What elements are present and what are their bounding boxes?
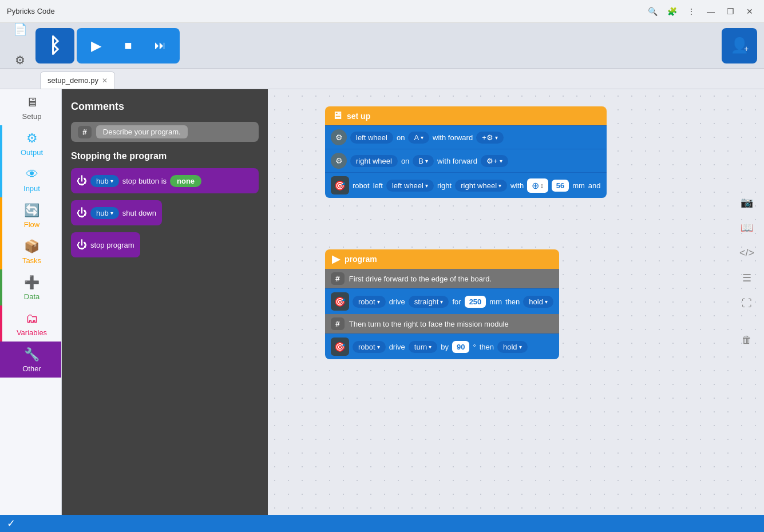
none-badge[interactable]: none — [170, 175, 201, 187]
forward-icon-1[interactable]: +⚙ ▾ — [476, 132, 504, 144]
hold-pill-1[interactable]: hold ▾ — [523, 296, 553, 308]
diameter-icon: ⊕ — [532, 180, 539, 191]
list-button[interactable]: ☰ — [737, 268, 757, 288]
sidebar-item-input[interactable]: 👁 Input — [0, 161, 61, 197]
left-wheel-pill[interactable]: left wheel — [350, 132, 393, 144]
port-b-pill[interactable]: B ▾ — [413, 155, 434, 167]
sidebar-label-input: Input — [23, 184, 40, 193]
sidebar-item-setup[interactable]: 🖥 Setup — [0, 89, 61, 125]
sidebar-label-data: Data — [24, 292, 39, 301]
toolbar-left: 📄 ⚙ ᛒ ▶ ■ ⏭ — [7, 14, 180, 78]
menu-button[interactable]: ⋮ — [684, 4, 699, 19]
robot-turn-pill[interactable]: robot ▾ — [353, 341, 386, 353]
right-wheel-row-dropdown[interactable]: ▾ — [498, 182, 501, 189]
bluetooth-button[interactable]: ᛒ — [35, 28, 74, 63]
setup-block-group: 🖥 set up ⚙ left wheel on A ▾ with forwar… — [325, 106, 607, 198]
tab-setup-demo[interactable]: setup_demo.py ✕ — [40, 72, 115, 89]
comment-placeholder[interactable]: Describe your program. — [96, 125, 188, 138]
drive-value[interactable]: 250 — [465, 296, 486, 308]
comment-input-block[interactable]: # Describe your program. — [71, 122, 259, 142]
comment-2: # Then turn to the right to face the mis… — [325, 314, 559, 334]
variables-icon: 🗂 — [26, 311, 38, 326]
user-button[interactable]: 👤 + — [722, 28, 757, 63]
robot-drive-pill[interactable]: robot ▾ — [353, 296, 386, 308]
sidebar-item-variables[interactable]: 🗂 Variables — [0, 305, 61, 342]
hub-pill-1[interactable]: hub ▾ — [90, 175, 119, 187]
titlebar-controls: 🔍 🧩 ⋮ — ❐ ✕ — [645, 4, 757, 19]
program-block-group: ▶ program # First drive forward to the e… — [325, 249, 559, 359]
play-button[interactable]: ▶ — [81, 31, 111, 61]
status-check-icon: ✓ — [7, 517, 15, 530]
robot-label: robot — [353, 181, 370, 190]
sidebar-categories: 🖥 Setup ⚙ Output 👁 Input 🔄 Flow 📦 Tasks … — [0, 89, 62, 515]
drive-icon: 🎯 — [331, 292, 349, 311]
sidebar-label-flow: Flow — [24, 220, 39, 229]
sidebar-item-other[interactable]: 🔧 Other — [0, 342, 61, 378]
drive-turn-icon: 🎯 — [331, 338, 349, 356]
input-icon: 👁 — [26, 167, 38, 182]
for-label: for — [452, 297, 461, 306]
fullscreen-button[interactable]: ⛶ — [737, 293, 757, 313]
hub-pill-2[interactable]: hub ▾ — [90, 207, 119, 219]
turn-pill[interactable]: turn ▾ — [409, 341, 437, 353]
hub-shutdown-block[interactable]: ⏻ hub ▾ shut down — [71, 200, 162, 225]
hub-stop-block[interactable]: ⏻ hub ▾ stop button is none — [71, 168, 259, 193]
comment-text-2: Then turn to the right to face the missi… — [349, 320, 509, 328]
stop-program-label: stop program — [90, 241, 134, 249]
on-label-2: on — [401, 157, 409, 165]
minimize-button[interactable]: — — [703, 4, 718, 19]
left-wheel-row-label: left wheel — [392, 181, 423, 190]
hold-pill-2[interactable]: hold ▾ — [497, 341, 528, 353]
straight-pill[interactable]: straight ▾ — [409, 296, 449, 308]
and-label: and — [588, 181, 601, 190]
titlebar: Pybricks Code 🔍 🧩 ⋮ — ❐ ✕ — [0, 0, 764, 23]
canvas-side-icons: 📷 📖 </> ☰ ⛶ 🗑 — [737, 192, 757, 350]
right-wheel-pill[interactable]: right wheel — [350, 155, 398, 167]
hub-dropdown-2[interactable]: ▾ — [110, 210, 113, 216]
port-a-dropdown[interactable]: ▾ — [421, 134, 423, 141]
close-button[interactable]: ✕ — [742, 4, 757, 19]
extensions-button[interactable]: 🧩 — [664, 4, 679, 19]
port-b-dropdown[interactable]: ▾ — [425, 158, 428, 164]
screenshot-button[interactable]: 📷 — [737, 192, 757, 213]
settings-button[interactable]: ⚙ — [7, 47, 33, 73]
canvas-area[interactable]: 🖥 set up ⚙ left wheel on A ▾ with forwar… — [268, 89, 764, 515]
restore-button[interactable]: ❐ — [723, 4, 738, 19]
drive-straight-block: 🎯 robot ▾ drive straight ▾ for 250 mm th… — [325, 288, 559, 314]
add-user-icon: + — [744, 44, 749, 53]
sidebar-label-tasks: Tasks — [22, 256, 41, 265]
output-icon: ⚙ — [26, 131, 38, 146]
hub-dropdown-1[interactable]: ▾ — [110, 178, 113, 184]
code-button[interactable]: </> — [737, 243, 757, 263]
program-header: ▶ program — [325, 249, 559, 269]
right-wheel-label: right wheel — [356, 157, 392, 165]
other-icon: 🔧 — [24, 347, 39, 362]
zoom-button[interactable]: 🔍 — [645, 4, 660, 19]
trash-button[interactable]: 🗑 — [737, 329, 757, 350]
forward-icon-2[interactable]: ⚙+ ▾ — [481, 155, 508, 167]
port-a-pill[interactable]: A ▾ — [408, 132, 429, 144]
left-wheel-dropdown[interactable]: ▾ — [425, 182, 428, 189]
docs-button[interactable]: 📖 — [737, 217, 757, 238]
sidebar-item-data[interactable]: ➕ Data — [0, 269, 61, 305]
stop-program-block[interactable]: ⏻ stop program — [71, 232, 140, 257]
robot-drive-label: robot — [358, 297, 375, 306]
sidebar-item-tasks[interactable]: 📦 Tasks — [0, 233, 61, 269]
tab-label: setup_demo.py — [47, 76, 98, 85]
tab-close-icon[interactable]: ✕ — [102, 77, 108, 85]
hash-icon: # — [78, 126, 92, 138]
left-wheel-row-pill[interactable]: left wheel ▾ — [386, 180, 434, 192]
diameter-value[interactable]: 56 — [552, 180, 569, 192]
comment-1: # First drive forward to the edge of the… — [325, 269, 559, 288]
stop-button[interactable]: ■ — [113, 31, 143, 61]
degree-label: ° — [473, 343, 476, 351]
sidebar-item-flow[interactable]: 🔄 Flow — [0, 197, 61, 233]
right-wheel-row-pill[interactable]: right wheel ▾ — [455, 180, 507, 192]
diameter-control[interactable]: ⊕ ↕ — [527, 178, 548, 193]
skip-button[interactable]: ⏭ — [145, 31, 175, 61]
turn-value[interactable]: 90 — [452, 341, 469, 353]
sidebar-item-output[interactable]: ⚙ Output — [0, 125, 61, 161]
app-title: Pybricks Code — [7, 7, 645, 15]
height-icon: ↕ — [540, 182, 544, 189]
toolbar: 📄 ⚙ ᛒ ▶ ■ ⏭ 👤 + — [0, 23, 764, 69]
